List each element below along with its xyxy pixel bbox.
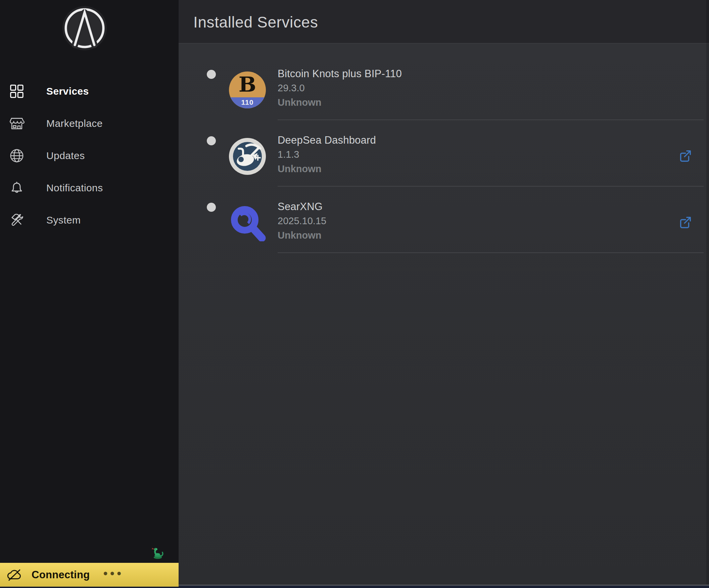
deepsea-dashboard-icon xyxy=(229,138,266,175)
globe-icon xyxy=(9,148,25,163)
sidebar-item-updates[interactable]: Updates xyxy=(0,145,179,166)
service-status: Unknown xyxy=(278,228,326,243)
tools-icon xyxy=(9,212,25,228)
page-title: Installed Services xyxy=(193,0,318,43)
service-row-deepsea-dashboard[interactable]: DeepSea Dashboard 1.1.3 Unknown xyxy=(179,120,709,187)
cloud-offline-icon xyxy=(7,568,22,582)
sidebar-item-label: Updates xyxy=(46,150,85,161)
service-version: 2025.10.15 xyxy=(278,214,326,228)
page: Services Marketplace xyxy=(0,0,709,588)
open-external-link-icon[interactable] xyxy=(678,215,692,230)
sidebar: Services Marketplace xyxy=(0,0,179,588)
sidebar-item-services[interactable]: Services xyxy=(0,81,179,102)
open-external-link-icon[interactable] xyxy=(678,149,692,163)
sidebar-item-system[interactable]: System xyxy=(0,209,179,231)
sidebar-item-label: Marketplace xyxy=(46,118,103,129)
row-divider xyxy=(278,252,704,253)
bip-badge: 110 xyxy=(229,97,266,108)
sidebar-item-marketplace[interactable]: Marketplace xyxy=(0,113,179,134)
page-header: Installed Services xyxy=(179,0,709,43)
snake-icon xyxy=(151,546,164,560)
service-status: Unknown xyxy=(278,161,376,177)
service-version: 1.1.3 xyxy=(278,148,376,161)
storefront-icon xyxy=(9,116,25,131)
service-name: Bitcoin Knots plus BIP-110 xyxy=(278,66,402,81)
loading-ellipsis: ••• xyxy=(103,562,124,586)
service-name: SearXNG xyxy=(278,199,326,214)
service-row-searxng[interactable]: SearXNG 2025.10.15 Unknown xyxy=(179,187,709,253)
sidebar-item-label: Services xyxy=(46,86,89,97)
sidebar-item-label: System xyxy=(46,214,81,226)
grid-icon xyxy=(9,84,25,99)
service-status: Unknown xyxy=(278,95,402,110)
sidebar-item-notifications[interactable]: Notifications xyxy=(0,177,179,199)
service-row-bitcoin-knots[interactable]: B 110 Bitcoin Knots plus BIP-110 29.3.0 … xyxy=(179,54,709,120)
service-status-dot xyxy=(207,203,216,212)
service-status-dot xyxy=(207,70,216,79)
connection-statusbar[interactable]: Connecting ••• xyxy=(0,563,179,587)
service-name: DeepSea Dashboard xyxy=(278,133,376,148)
bitcoin-knots-icon: B 110 xyxy=(229,72,266,108)
connection-status-label: Connecting xyxy=(31,569,90,581)
service-status-dot xyxy=(207,136,216,145)
service-version: 29.3.0 xyxy=(278,81,402,95)
sidebar-item-label: Notifications xyxy=(46,182,103,194)
main-panel: Installed Services B 110 Bitcoin Knots p… xyxy=(179,0,709,585)
bell-icon xyxy=(9,180,25,196)
start9-logo-icon xyxy=(61,5,108,51)
searxng-icon xyxy=(229,205,266,241)
